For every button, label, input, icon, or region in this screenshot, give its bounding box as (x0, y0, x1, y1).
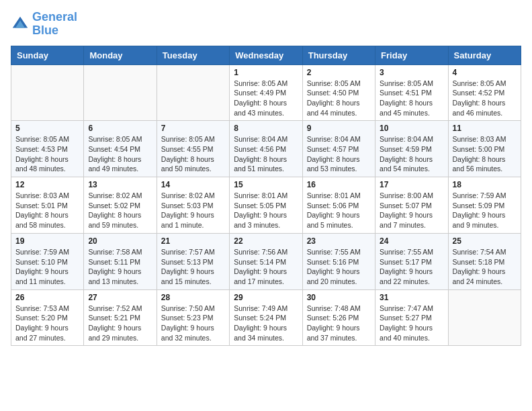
weekday-header: Thursday (302, 46, 375, 64)
day-info: Sunrise: 8:05 AM Sunset: 4:49 PM Dayligh… (234, 79, 298, 118)
calendar-week-row: 12Sunrise: 8:03 AM Sunset: 5:01 PM Dayli… (11, 177, 521, 234)
calendar-day-cell: 31Sunrise: 7:47 AM Sunset: 5:27 PM Dayli… (375, 289, 448, 346)
calendar-day-cell (448, 289, 521, 346)
day-info: Sunrise: 8:01 AM Sunset: 5:06 PM Dayligh… (307, 191, 371, 230)
calendar-header-row: SundayMondayTuesdayWednesdayThursdayFrid… (11, 46, 521, 64)
calendar-day-cell: 22Sunrise: 7:56 AM Sunset: 5:14 PM Dayli… (230, 233, 302, 289)
weekday-header: Wednesday (230, 46, 302, 64)
day-number: 16 (307, 180, 371, 189)
calendar-day-cell: 27Sunrise: 7:52 AM Sunset: 5:21 PM Dayli… (84, 289, 157, 346)
calendar-day-cell: 13Sunrise: 8:02 AM Sunset: 5:02 PM Dayli… (84, 177, 157, 234)
logo: General Blue (11, 11, 77, 38)
day-info: Sunrise: 7:59 AM Sunset: 5:09 PM Dayligh… (453, 191, 517, 230)
day-number: 14 (161, 180, 225, 189)
day-info: Sunrise: 7:55 AM Sunset: 5:17 PM Dayligh… (380, 247, 443, 287)
logo-text: General Blue (32, 11, 77, 38)
day-info: Sunrise: 7:57 AM Sunset: 5:13 PM Dayligh… (161, 247, 225, 287)
calendar-day-cell: 2Sunrise: 8:05 AM Sunset: 4:50 PM Daylig… (302, 64, 375, 121)
day-info: Sunrise: 7:59 AM Sunset: 5:10 PM Dayligh… (15, 247, 79, 287)
calendar-week-row: 19Sunrise: 7:59 AM Sunset: 5:10 PM Dayli… (11, 233, 521, 289)
day-number: 3 (380, 68, 443, 77)
calendar-day-cell: 28Sunrise: 7:50 AM Sunset: 5:23 PM Dayli… (157, 289, 229, 346)
calendar-day-cell: 24Sunrise: 7:55 AM Sunset: 5:17 PM Dayli… (375, 233, 448, 289)
calendar-week-row: 5Sunrise: 8:05 AM Sunset: 4:53 PM Daylig… (11, 121, 521, 177)
logo-icon (11, 15, 30, 34)
calendar-day-cell: 6Sunrise: 8:05 AM Sunset: 4:54 PM Daylig… (84, 121, 157, 177)
calendar-day-cell: 15Sunrise: 8:01 AM Sunset: 5:05 PM Dayli… (230, 177, 302, 234)
day-number: 1 (234, 68, 298, 77)
day-number: 25 (453, 236, 517, 246)
day-number: 22 (234, 236, 298, 246)
calendar-day-cell: 1Sunrise: 8:05 AM Sunset: 4:49 PM Daylig… (230, 64, 302, 121)
calendar-day-cell: 16Sunrise: 8:01 AM Sunset: 5:06 PM Dayli… (302, 177, 375, 234)
day-number: 18 (453, 180, 517, 189)
day-info: Sunrise: 8:04 AM Sunset: 4:56 PM Dayligh… (234, 134, 298, 174)
calendar-day-cell: 20Sunrise: 7:58 AM Sunset: 5:11 PM Dayli… (84, 233, 157, 289)
day-info: Sunrise: 8:02 AM Sunset: 5:02 PM Dayligh… (88, 191, 152, 230)
day-number: 5 (15, 124, 79, 133)
day-number: 28 (161, 293, 225, 302)
day-info: Sunrise: 8:02 AM Sunset: 5:03 PM Dayligh… (161, 191, 225, 230)
calendar-day-cell: 14Sunrise: 8:02 AM Sunset: 5:03 PM Dayli… (157, 177, 229, 234)
day-number: 11 (453, 124, 517, 133)
calendar-day-cell: 5Sunrise: 8:05 AM Sunset: 4:53 PM Daylig… (11, 121, 84, 177)
calendar-day-cell (84, 64, 157, 121)
day-info: Sunrise: 8:04 AM Sunset: 4:59 PM Dayligh… (380, 134, 443, 174)
weekday-header: Friday (375, 46, 448, 64)
day-info: Sunrise: 7:52 AM Sunset: 5:21 PM Dayligh… (88, 304, 152, 343)
calendar-day-cell: 9Sunrise: 8:04 AM Sunset: 4:57 PM Daylig… (302, 121, 375, 177)
day-info: Sunrise: 8:05 AM Sunset: 4:51 PM Dayligh… (380, 79, 443, 118)
calendar-day-cell: 29Sunrise: 7:49 AM Sunset: 5:24 PM Dayli… (230, 289, 302, 346)
day-number: 30 (307, 293, 371, 302)
calendar-week-row: 26Sunrise: 7:53 AM Sunset: 5:20 PM Dayli… (11, 289, 521, 346)
weekday-header: Monday (84, 46, 157, 64)
calendar-day-cell: 11Sunrise: 8:03 AM Sunset: 5:00 PM Dayli… (448, 121, 521, 177)
calendar-day-cell: 12Sunrise: 8:03 AM Sunset: 5:01 PM Dayli… (11, 177, 84, 234)
day-number: 8 (234, 124, 298, 133)
day-info: Sunrise: 8:05 AM Sunset: 4:52 PM Dayligh… (453, 79, 517, 118)
day-info: Sunrise: 7:53 AM Sunset: 5:20 PM Dayligh… (15, 304, 79, 343)
day-number: 9 (307, 124, 371, 133)
calendar-day-cell: 8Sunrise: 8:04 AM Sunset: 4:56 PM Daylig… (230, 121, 302, 177)
day-info: Sunrise: 7:56 AM Sunset: 5:14 PM Dayligh… (234, 247, 298, 287)
day-info: Sunrise: 7:49 AM Sunset: 5:24 PM Dayligh… (234, 304, 298, 343)
day-info: Sunrise: 7:48 AM Sunset: 5:26 PM Dayligh… (307, 304, 371, 343)
calendar-day-cell: 21Sunrise: 7:57 AM Sunset: 5:13 PM Dayli… (157, 233, 229, 289)
day-number: 13 (88, 180, 152, 189)
day-number: 27 (88, 293, 152, 302)
day-number: 31 (380, 293, 443, 302)
calendar-day-cell: 19Sunrise: 7:59 AM Sunset: 5:10 PM Dayli… (11, 233, 84, 289)
day-number: 19 (15, 236, 79, 246)
page-header: General Blue (11, 11, 521, 38)
calendar-table: SundayMondayTuesdayWednesdayThursdayFrid… (11, 46, 521, 347)
day-info: Sunrise: 8:04 AM Sunset: 4:57 PM Dayligh… (307, 134, 371, 174)
calendar-day-cell: 10Sunrise: 8:04 AM Sunset: 4:59 PM Dayli… (375, 121, 448, 177)
calendar-day-cell: 26Sunrise: 7:53 AM Sunset: 5:20 PM Dayli… (11, 289, 84, 346)
day-info: Sunrise: 7:55 AM Sunset: 5:16 PM Dayligh… (307, 247, 371, 287)
calendar-day-cell: 25Sunrise: 7:54 AM Sunset: 5:18 PM Dayli… (448, 233, 521, 289)
day-number: 15 (234, 180, 298, 189)
calendar-day-cell: 17Sunrise: 8:00 AM Sunset: 5:07 PM Dayli… (375, 177, 448, 234)
day-info: Sunrise: 7:58 AM Sunset: 5:11 PM Dayligh… (88, 247, 152, 287)
calendar-day-cell: 30Sunrise: 7:48 AM Sunset: 5:26 PM Dayli… (302, 289, 375, 346)
day-number: 20 (88, 236, 152, 246)
day-info: Sunrise: 8:05 AM Sunset: 4:53 PM Dayligh… (15, 134, 79, 174)
day-number: 17 (380, 180, 443, 189)
weekday-header: Tuesday (157, 46, 229, 64)
day-info: Sunrise: 8:05 AM Sunset: 4:50 PM Dayligh… (307, 79, 371, 118)
day-number: 4 (453, 68, 517, 77)
weekday-header: Saturday (448, 46, 521, 64)
calendar-day-cell: 4Sunrise: 8:05 AM Sunset: 4:52 PM Daylig… (448, 64, 521, 121)
calendar-week-row: 1Sunrise: 8:05 AM Sunset: 4:49 PM Daylig… (11, 64, 521, 121)
calendar-day-cell (11, 64, 84, 121)
calendar-day-cell: 18Sunrise: 7:59 AM Sunset: 5:09 PM Dayli… (448, 177, 521, 234)
day-number: 7 (161, 124, 225, 133)
day-number: 6 (88, 124, 152, 133)
day-number: 23 (307, 236, 371, 246)
day-info: Sunrise: 7:54 AM Sunset: 5:18 PM Dayligh… (453, 247, 517, 287)
calendar-day-cell: 23Sunrise: 7:55 AM Sunset: 5:16 PM Dayli… (302, 233, 375, 289)
day-info: Sunrise: 8:05 AM Sunset: 4:55 PM Dayligh… (161, 134, 225, 174)
calendar-day-cell: 7Sunrise: 8:05 AM Sunset: 4:55 PM Daylig… (157, 121, 229, 177)
day-info: Sunrise: 7:47 AM Sunset: 5:27 PM Dayligh… (380, 304, 443, 343)
day-info: Sunrise: 7:50 AM Sunset: 5:23 PM Dayligh… (161, 304, 225, 343)
